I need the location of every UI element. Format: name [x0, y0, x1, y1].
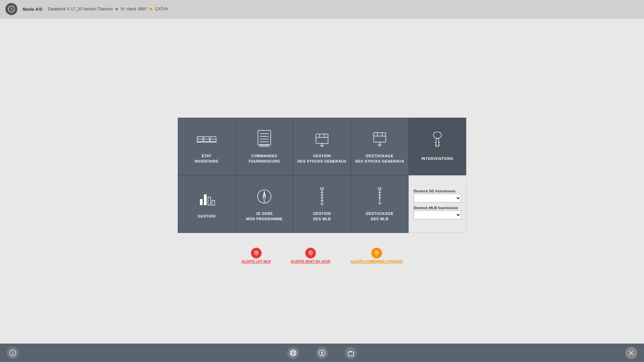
- destock-mlb-label: Destock MLB fournisseur: [414, 206, 461, 210]
- boxes-icon: [197, 129, 217, 149]
- svg-rect-64: [348, 352, 354, 356]
- footer: [0, 344, 644, 362]
- header-info: Datastock V 17_20 Version Titanium N° cl…: [48, 7, 168, 11]
- tile-gestion-stocks-label: GESTION DES STOCKS GENERAUX: [298, 154, 346, 164]
- destock-sg-select[interactable]: [414, 194, 461, 202]
- mlb-arrow-icon: [370, 186, 390, 206]
- box-icon: [312, 129, 332, 149]
- svg-rect-13: [260, 144, 269, 146]
- tile-destockage-mlb-label: DÉSTOCKAGE DES MLB: [366, 211, 393, 222]
- alert-commande[interactable]: ALERTE COMMANDE A PASSER: [351, 248, 402, 263]
- header: Mode A/S Datastock V 17_20 Version Titan…: [0, 0, 644, 18]
- footer-right: [625, 347, 637, 359]
- main-content: ÉTAT INVENTAIRE: [0, 18, 644, 344]
- chart-icon: [197, 189, 217, 209]
- footer-compass-icon[interactable]: [316, 347, 328, 359]
- svg-rect-33: [212, 200, 215, 205]
- tile-gestion[interactable]: GESTION: [178, 175, 235, 233]
- tiles-grid: ÉTAT INVENTAIRE: [178, 118, 466, 233]
- svg-point-54: [12, 351, 13, 352]
- dot-version: [115, 8, 118, 10]
- tile-commandes-fournisseurs[interactable]: COMMANDES FOURNISSEURS: [235, 118, 293, 175]
- header-client: N° client :0997: [121, 7, 147, 11]
- alert-dent-du-jour[interactable]: ALERTE DENT DU JOUR: [291, 248, 330, 263]
- footer-left: [7, 347, 19, 359]
- tile-gestion-label: GESTION: [198, 214, 215, 219]
- svg-rect-25: [436, 138, 439, 146]
- svg-point-51: [376, 252, 377, 253]
- tile-je-gere-label: JE GERE MON PROGRAMME: [246, 211, 282, 222]
- svg-rect-8: [258, 130, 271, 145]
- destock-panel: Destock SG fournisseur Destock MLB fourn…: [409, 175, 466, 233]
- footer-bag-icon[interactable]: [345, 347, 357, 359]
- header-mode: Mode A/S: [23, 7, 43, 12]
- box-arrow-icon: [370, 129, 390, 149]
- alert-dent-icon: [305, 248, 316, 258]
- svg-rect-32: [208, 197, 211, 205]
- alert-bar: ALERTE LOT MLB ALERTE DENT DU JOUR: [178, 246, 466, 265]
- tile-gestion-stocks[interactable]: GESTION DES STOCKS GENERAUX: [293, 118, 351, 175]
- tile-interventions-label: INTERVENTIONS: [421, 156, 453, 161]
- alert-commande-icon: [371, 248, 382, 258]
- tile-destockage-stocks[interactable]: DÉSTOCKAGE DES STOCKS GENERAUX: [351, 118, 409, 175]
- tile-etat-inventaire[interactable]: ÉTAT INVENTAIRE: [178, 118, 235, 175]
- destock-mlb-select[interactable]: [414, 210, 461, 219]
- header-version: Datastock V 17_20 Version Titanium: [48, 7, 113, 11]
- footer-close-icon[interactable]: [625, 347, 637, 359]
- alert-lot-mlb-label: ALERTE LOT MLB: [241, 260, 271, 263]
- app-logo[interactable]: [5, 3, 17, 15]
- tile-etat-inventaire-label: ÉTAT INVENTAIRE: [195, 154, 219, 164]
- svg-point-50: [310, 252, 311, 253]
- mlb-tool-icon: [312, 186, 332, 206]
- svg-rect-30: [200, 199, 203, 205]
- tile-destockage-stocks-label: DÉSTOCKAGE DES STOCKS GENERAUX: [355, 154, 404, 164]
- tile-destockage-mlb[interactable]: DÉSTOCKAGE DES MLB: [351, 175, 409, 233]
- list-icon: [254, 129, 274, 149]
- svg-point-49: [256, 252, 257, 253]
- tile-commandes-label: COMMANDES FOURNISSEURS: [249, 154, 280, 164]
- implant-icon: [427, 131, 447, 152]
- alert-lot-mlb-icon: [251, 248, 262, 258]
- header-user: CATHY: [155, 7, 168, 11]
- svg-point-24: [433, 132, 441, 138]
- alert-commande-label: ALERTE COMMANDE A PASSER: [351, 260, 402, 263]
- svg-rect-31: [204, 194, 207, 205]
- footer-center: [287, 347, 357, 359]
- footer-globe-icon[interactable]: [287, 347, 299, 359]
- tile-gestion-mlb[interactable]: GESTION DES MLB: [293, 175, 351, 233]
- svg-rect-44: [378, 188, 381, 190]
- tile-gestion-mlb-label: GESTION DES MLB: [313, 211, 331, 222]
- svg-rect-38: [321, 188, 323, 190]
- svg-rect-19: [374, 133, 386, 142]
- footer-info-icon[interactable]: [7, 347, 19, 359]
- compass-icon: [254, 186, 274, 206]
- alert-dent-label: ALERTE DENT DU JOUR: [291, 260, 330, 263]
- dot-client: [150, 8, 152, 10]
- tile-je-gere-mon-programme[interactable]: JE GERE MON PROGRAMME: [235, 175, 293, 233]
- destock-sg-label: Destock SG fournisseur: [414, 189, 461, 193]
- svg-marker-63: [321, 353, 323, 355]
- svg-marker-37: [263, 196, 266, 202]
- svg-marker-62: [321, 351, 323, 353]
- tile-interventions[interactable]: INTERVENTIONS: [409, 118, 466, 175]
- alert-lot-mlb[interactable]: ALERTE LOT MLB: [241, 248, 271, 263]
- svg-rect-14: [316, 134, 328, 143]
